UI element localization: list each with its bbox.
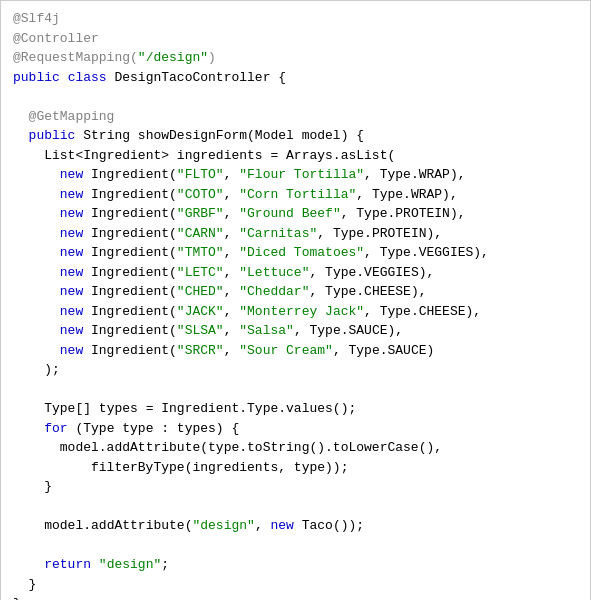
- annotation-controller: @Controller: [13, 31, 99, 46]
- add-attribute-call: model.addAttribute(type.toString().toLow…: [60, 440, 442, 455]
- class-declaration: public class DesignTacoController {: [13, 70, 286, 85]
- for-loop: for (Type type : types) {: [44, 421, 239, 436]
- ingredient-ched: new Ingredient("CHED", "Cheddar", Type.C…: [60, 284, 427, 299]
- annotation-slf4j: @Slf4j: [13, 11, 60, 26]
- code-block: @Slf4j @Controller @RequestMapping("/des…: [13, 9, 578, 600]
- list-close: );: [44, 362, 60, 377]
- filter-by-type-call: filterByType(ingredients, type));: [91, 460, 348, 475]
- ingredient-tmto: new Ingredient("TMTO", "Diced Tomatoes",…: [60, 245, 489, 260]
- ingredient-flto: new Ingredient("FLTO", "Flour Tortilla",…: [60, 167, 466, 182]
- ingredient-slsa: new Ingredient("SLSA", "Salsa", Type.SAU…: [60, 323, 403, 338]
- return-statement: return "design";: [44, 557, 169, 572]
- class-close: }: [13, 596, 21, 600]
- ingredient-letc: new Ingredient("LETC", "Lettuce", Type.V…: [60, 265, 435, 280]
- method-declaration: public String showDesignForm(Model model…: [29, 128, 364, 143]
- types-array: Type[] types = Ingredient.Type.values();: [44, 401, 356, 416]
- ingredient-grbf: new Ingredient("GRBF", "Ground Beef", Ty…: [60, 206, 466, 221]
- ingredients-list: List<Ingredient> ingredients = Arrays.as…: [44, 148, 395, 163]
- method-close: }: [29, 577, 37, 592]
- annotation-requestmapping: @RequestMapping("/design"): [13, 50, 216, 65]
- code-container: @Slf4j @Controller @RequestMapping("/des…: [0, 0, 591, 600]
- ingredient-srcr: new Ingredient("SRCR", "Sour Cream", Typ…: [60, 343, 435, 358]
- annotation-getmapping: @GetMapping: [29, 109, 115, 124]
- ingredient-coto: new Ingredient("COTO", "Corn Tortilla", …: [60, 187, 458, 202]
- ingredient-jack: new Ingredient("JACK", "Monterrey Jack",…: [60, 304, 481, 319]
- for-close: }: [44, 479, 52, 494]
- add-design-attribute: model.addAttribute("design", new Taco())…: [44, 518, 364, 533]
- ingredient-carn: new Ingredient("CARN", "Carnitas", Type.…: [60, 226, 442, 241]
